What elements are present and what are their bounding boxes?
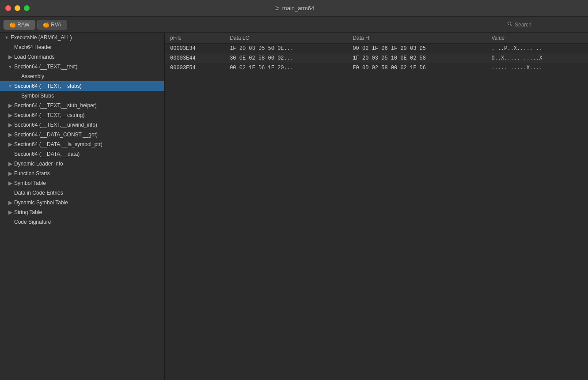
chevron-icon: ▶ bbox=[7, 132, 13, 138]
sidebar-item-assembly[interactable]: Assembly bbox=[0, 71, 164, 81]
cell-data-hi: F0 0D 02 58 00 02 1F D6 bbox=[347, 63, 486, 73]
sidebar-item-label: Executable (ARM64_ALL) bbox=[11, 34, 72, 41]
table-row: 00003E34 1F 20 03 D5 50 0E... 00 02 1F D… bbox=[165, 44, 588, 54]
sidebar-item-label: Section64 (__DATA,__data) bbox=[14, 151, 80, 157]
col-data-lo: Data LO bbox=[224, 33, 347, 44]
window-title: 🗂 main_arm64 bbox=[274, 5, 314, 11]
sidebar-item-section64-data-la-symbol-ptr[interactable]: ▶Section64 (__DATA,__la_symbol_ptr) bbox=[0, 139, 164, 149]
sidebar-item-function-starts[interactable]: ▶Function Starts bbox=[0, 169, 164, 178]
table-row: 00003E44 30 0E 02 58 00 02... 1F 20 03 D… bbox=[165, 53, 588, 63]
chevron-icon: ▾ bbox=[4, 34, 10, 41]
hex-table: pFile Data LO Data HI Value 00003E34 1F … bbox=[165, 33, 588, 73]
chevron-spacer bbox=[14, 73, 20, 79]
window-controls[interactable] bbox=[5, 5, 30, 11]
sidebar-item-label: Section64 (__DATA_CONST,__got) bbox=[14, 132, 98, 138]
sidebar-item-section64-text-stub-helper[interactable]: ▶Section64 (__TEXT,__stub_helper) bbox=[0, 101, 164, 110]
chevron-icon: ▾ bbox=[7, 64, 13, 70]
maximize-button[interactable] bbox=[24, 5, 30, 11]
chevron-icon: ▶ bbox=[7, 102, 13, 109]
sidebar-item-label: Data in Code Entries bbox=[14, 190, 63, 196]
sidebar-item-label: Function Starts bbox=[14, 170, 50, 177]
sidebar-item-symbol-stubs[interactable]: Symbol Stubs bbox=[0, 91, 164, 101]
title-icon: 🗂 bbox=[274, 5, 280, 11]
table-row: 00003E54 00 02 1F D6 1F 20... F0 0D 02 5… bbox=[165, 63, 588, 73]
sidebar-item-section64-text-text[interactable]: ▾Section64 (__TEXT,__text) bbox=[0, 62, 164, 71]
toolbar: 🍊 RAW 🍊 RVA bbox=[0, 17, 588, 33]
table-header: pFile Data LO Data HI Value bbox=[165, 33, 588, 44]
raw-button[interactable]: 🍊 RAW bbox=[4, 20, 35, 30]
sidebar-item-symbol-table[interactable]: ▶Symbol Table bbox=[0, 178, 164, 188]
cell-data-lo: 00 02 1F D6 1F 20... bbox=[224, 63, 347, 73]
sidebar-item-label: Section64 (__TEXT,__stubs) bbox=[14, 83, 82, 89]
close-button[interactable] bbox=[5, 5, 11, 11]
sidebar-item-section64-data-const-got[interactable]: ▶Section64 (__DATA_CONST,__got) bbox=[0, 130, 164, 139]
sidebar-item-section64-text-stubs[interactable]: ▾Section64 (__TEXT,__stubs) bbox=[0, 81, 164, 91]
sidebar-item-label: Load Commands bbox=[14, 54, 54, 60]
sidebar-item-label: String Table bbox=[14, 209, 42, 215]
sidebar-item-label: Assembly bbox=[21, 73, 44, 79]
sidebar-item-load-commands[interactable]: ▶Load Commands bbox=[0, 52, 164, 62]
minimize-button[interactable] bbox=[15, 5, 20, 11]
cell-data-lo: 1F 20 03 D5 50 0E... bbox=[224, 44, 347, 54]
cell-value: . ..P..X..... .. bbox=[486, 44, 588, 54]
sidebar-item-label: Mach64 Header bbox=[14, 44, 52, 50]
main-layout: ▾Executable (ARM64_ALL)Mach64 Header▶Loa… bbox=[0, 33, 588, 380]
sidebar-item-label: Code Signature bbox=[14, 219, 51, 225]
cell-data-hi: 1F 20 03 D5 10 0E 02 58 bbox=[347, 53, 486, 63]
cell-value: ..... .....X.... bbox=[486, 63, 588, 73]
chevron-icon: ▶ bbox=[7, 180, 13, 186]
rva-button[interactable]: 🍊 RVA bbox=[37, 20, 67, 30]
sidebar-item-label: Dynamic Symbol Table bbox=[14, 199, 68, 206]
hex-content[interactable]: pFile Data LO Data HI Value 00003E34 1F … bbox=[165, 33, 588, 380]
titlebar: 🗂 main_arm64 bbox=[0, 0, 588, 17]
chevron-icon: ▶ bbox=[7, 112, 13, 118]
cell-data-hi: 00 02 1F D6 1F 20 03 D5 bbox=[347, 44, 486, 54]
chevron-spacer bbox=[14, 93, 20, 99]
cell-data-lo: 30 0E 02 58 00 02... bbox=[224, 53, 347, 63]
chevron-icon: ▶ bbox=[7, 170, 13, 177]
cell-value: 0..X..... .....X bbox=[486, 53, 588, 63]
cell-pfile: 00003E54 bbox=[165, 63, 224, 73]
chevron-icon: ▶ bbox=[7, 199, 13, 206]
sidebar-item-label: Section64 (__TEXT,__cstring) bbox=[14, 112, 84, 118]
chevron-icon: ▶ bbox=[7, 209, 13, 215]
sidebar-item-label: Symbol Table bbox=[14, 180, 46, 186]
content-area: pFile Data LO Data HI Value 00003E34 1F … bbox=[165, 33, 588, 380]
search-wrapper bbox=[504, 20, 584, 29]
hex-table-body: 00003E34 1F 20 03 D5 50 0E... 00 02 1F D… bbox=[165, 44, 588, 73]
col-pfile: pFile bbox=[165, 33, 224, 44]
sidebar-item-label: Symbol Stubs bbox=[21, 93, 54, 99]
sidebar-item-mach64-header[interactable]: Mach64 Header bbox=[0, 42, 164, 52]
chevron-icon: ▶ bbox=[7, 54, 13, 60]
sidebar-item-label: Section64 (__TEXT,__text) bbox=[14, 64, 77, 70]
chevron-icon: ▶ bbox=[7, 161, 13, 167]
sidebar-item-section64-data-data[interactable]: Section64 (__DATA,__data) bbox=[0, 149, 164, 159]
sidebar-item-label: Section64 (__TEXT,__stub_helper) bbox=[14, 102, 97, 109]
sidebar-item-label: Dynamic Loader Info bbox=[14, 161, 63, 167]
col-data-hi: Data HI bbox=[347, 33, 486, 44]
sidebar: ▾Executable (ARM64_ALL)Mach64 Header▶Loa… bbox=[0, 33, 165, 380]
chevron-spacer bbox=[7, 44, 13, 50]
sidebar-item-dynamic-loader-info[interactable]: ▶Dynamic Loader Info bbox=[0, 159, 164, 169]
sidebar-item-section64-text-unwind-info[interactable]: ▶Section64 (__TEXT,__unwind_info) bbox=[0, 120, 164, 130]
col-value: Value bbox=[486, 33, 588, 44]
chevron-icon: ▶ bbox=[7, 122, 13, 128]
sidebar-item-data-in-code-entries[interactable]: Data in Code Entries bbox=[0, 188, 164, 198]
sidebar-item-string-table[interactable]: ▶String Table bbox=[0, 207, 164, 217]
chevron-spacer bbox=[7, 190, 13, 196]
sidebar-item-dynamic-symbol-table[interactable]: ▶Dynamic Symbol Table bbox=[0, 198, 164, 207]
chevron-icon: ▾ bbox=[7, 83, 13, 89]
cell-pfile: 00003E44 bbox=[165, 53, 224, 63]
search-input[interactable] bbox=[504, 20, 584, 29]
sidebar-item-label: Section64 (__TEXT,__unwind_info) bbox=[14, 122, 97, 128]
cell-pfile: 00003E34 bbox=[165, 44, 224, 54]
sidebar-item-executable[interactable]: ▾Executable (ARM64_ALL) bbox=[0, 33, 164, 42]
sidebar-item-code-signature[interactable]: Code Signature bbox=[0, 217, 164, 227]
chevron-spacer bbox=[7, 219, 13, 225]
chevron-spacer bbox=[7, 151, 13, 157]
chevron-icon: ▶ bbox=[7, 141, 13, 147]
sidebar-item-label: Section64 (__DATA,__la_symbol_ptr) bbox=[14, 141, 102, 147]
sidebar-item-section64-text-cstring[interactable]: ▶Section64 (__TEXT,__cstring) bbox=[0, 110, 164, 120]
